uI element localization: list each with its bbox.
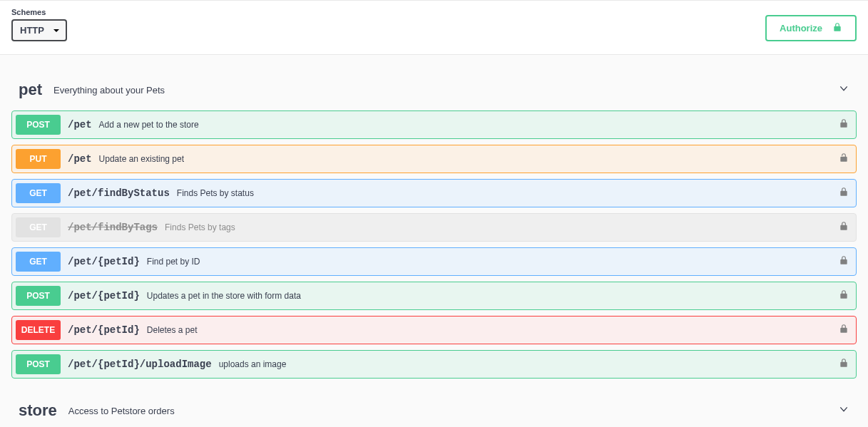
method-badge: DELETE	[16, 320, 61, 340]
method-badge: GET	[16, 217, 61, 237]
operation-summary: uploads an image	[219, 359, 287, 369]
operation-summary: Find pet by ID	[147, 257, 200, 267]
lock-icon[interactable]	[839, 289, 849, 302]
schemes-block: Schemes HTTP	[11, 8, 67, 41]
tag-description: Everything about your Pets	[53, 85, 165, 96]
operation-summary: Updates a pet in the store with form dat…	[147, 291, 301, 301]
operation-summary: Finds Pets by tags	[165, 222, 235, 232]
lock-icon[interactable]	[839, 118, 849, 131]
lock-icon	[832, 22, 842, 34]
operation-path: /pet	[68, 119, 92, 130]
operation-row[interactable]: PUT /pet Update an existing pet	[11, 145, 857, 173]
lock-icon[interactable]	[839, 324, 849, 336]
authorize-button[interactable]: Authorize	[765, 15, 857, 41]
method-badge: GET	[16, 183, 61, 203]
tag-name: store	[19, 401, 57, 420]
operation-row[interactable]: GET /pet/{petId} Find pet by ID	[11, 247, 857, 276]
operation-row-deprecated[interactable]: GET /pet/findByTags Finds Pets by tags	[11, 213, 857, 242]
lock-icon[interactable]	[839, 221, 849, 234]
operation-path: /pet/findByTags	[68, 222, 158, 233]
operation-summary: Deletes a pet	[147, 325, 198, 335]
top-bar: Schemes HTTP Authorize	[0, 0, 868, 55]
tag-header-pet[interactable]: pet Everything about your Pets	[11, 75, 857, 105]
operation-summary: Add a new pet to the store	[99, 120, 199, 130]
method-badge: GET	[16, 252, 61, 272]
authorize-label: Authorize	[780, 23, 822, 34]
schemes-label: Schemes	[11, 8, 67, 16]
chevron-down-icon	[838, 83, 849, 97]
operation-row[interactable]: POST /pet/{petId}/uploadImage uploads an…	[11, 350, 857, 379]
operation-path: /pet/findByStatus	[68, 187, 170, 199]
operation-row[interactable]: GET /pet/findByStatus Finds Pets by stat…	[11, 179, 857, 207]
operation-row[interactable]: DELETE /pet/{petId} Deletes a pet	[11, 316, 857, 344]
method-badge: POST	[16, 354, 61, 374]
tag-name: pet	[19, 81, 42, 99]
method-badge: PUT	[16, 149, 61, 169]
unlock-icon[interactable]	[839, 153, 849, 165]
tag-description: Access to Petstore orders	[68, 406, 175, 416]
chevron-down-icon	[838, 403, 849, 418]
lock-icon[interactable]	[839, 358, 849, 371]
operation-summary: Update an existing pet	[99, 154, 184, 164]
operation-path: /pet	[68, 153, 92, 165]
content: pet Everything about your Pets POST /pet…	[0, 55, 868, 427]
method-badge: POST	[16, 115, 61, 135]
operation-path: /pet/{petId}	[68, 290, 140, 302]
lock-icon[interactable]	[839, 255, 849, 268]
operations-list-pet: POST /pet Add a new pet to the store PUT…	[11, 110, 857, 379]
schemes-select[interactable]: HTTP	[11, 19, 67, 41]
tag-header-store[interactable]: store Access to Petstore orders	[11, 396, 857, 426]
operation-path: /pet/{petId}	[68, 324, 140, 336]
operation-row[interactable]: POST /pet/{petId} Updates a pet in the s…	[11, 282, 857, 310]
operation-path: /pet/{petId}/uploadImage	[68, 359, 212, 370]
operation-row[interactable]: POST /pet Add a new pet to the store	[11, 110, 857, 139]
operation-summary: Finds Pets by status	[177, 188, 254, 198]
operation-path: /pet/{petId}	[68, 256, 140, 267]
lock-icon[interactable]	[839, 187, 849, 200]
method-badge: POST	[16, 286, 61, 306]
